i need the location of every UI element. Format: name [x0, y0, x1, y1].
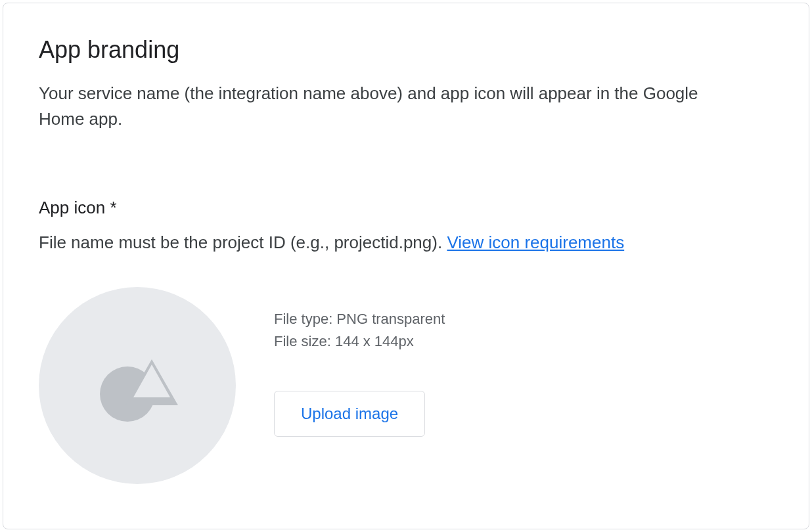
file-size-text: File size: 144 x 144px — [274, 330, 445, 353]
section-description: Your service name (the integration name … — [39, 81, 735, 132]
section-title: App branding — [39, 36, 773, 64]
app-icon-hint-text: File name must be the project ID (e.g., … — [39, 233, 447, 252]
app-icon-placeholder — [39, 287, 236, 484]
upload-image-button[interactable]: Upload image — [274, 391, 425, 437]
app-icon-label: App icon * — [39, 198, 773, 218]
shapes-icon — [91, 345, 183, 426]
app-branding-card: App branding Your service name (the inte… — [3, 3, 809, 529]
file-type-text: File type: PNG transparent — [274, 308, 445, 330]
app-icon-field: App icon * File name must be the project… — [39, 198, 773, 484]
view-icon-requirements-link[interactable]: View icon requirements — [447, 233, 624, 252]
app-icon-hint: File name must be the project ID (e.g., … — [39, 233, 773, 253]
app-icon-row: File type: PNG transparent File size: 14… — [39, 287, 773, 484]
app-icon-details: File type: PNG transparent File size: 14… — [274, 287, 445, 437]
